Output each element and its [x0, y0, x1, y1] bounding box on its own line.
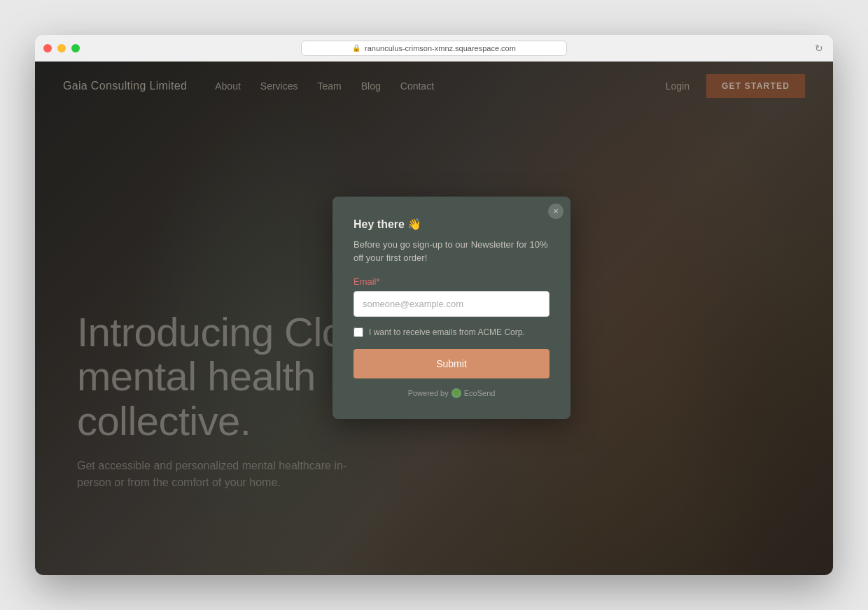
email-input[interactable]	[354, 291, 550, 317]
modal-overlay: × Hey there 👋 Before you go sign-up to o…	[35, 62, 833, 575]
popup-title: Hey there 👋	[354, 218, 550, 231]
browser-titlebar: 🔒 ranunculus-crimson-xmnz.squarespace.co…	[35, 35, 833, 62]
popup-modal: × Hey there 👋 Before you go sign-up to o…	[332, 197, 570, 420]
url-text: ranunculus-crimson-xmnz.squarespace.com	[365, 44, 516, 52]
submit-button[interactable]: Submit	[354, 349, 550, 378]
website-content: Gaia Consulting Limited About Services T…	[35, 62, 833, 575]
required-asterisk: *	[377, 276, 380, 287]
address-bar[interactable]: 🔒 ranunculus-crimson-xmnz.squarespace.co…	[301, 41, 567, 56]
lock-icon: 🔒	[352, 44, 360, 52]
popup-footer: Powered by 🌿 EcoSend	[354, 388, 550, 398]
traffic-light-red[interactable]	[43, 44, 52, 52]
traffic-light-green[interactable]	[71, 44, 80, 52]
email-label: Email*	[354, 276, 550, 287]
checkbox-row: I want to receive emails from ACME Corp.	[354, 327, 550, 339]
traffic-light-yellow[interactable]	[57, 44, 66, 52]
powered-by-text: Powered by	[408, 389, 449, 397]
popup-close-button[interactable]: ×	[548, 204, 564, 219]
ecosend-label: EcoSend	[464, 389, 496, 397]
ecosend-icon: 🌿	[451, 388, 461, 398]
checkbox-label: I want to receive emails from ACME Corp.	[369, 327, 525, 339]
popup-description: Before you go sign-up to our Newsletter …	[354, 238, 550, 265]
browser-window: 🔒 ranunculus-crimson-xmnz.squarespace.co…	[35, 35, 833, 575]
refresh-button[interactable]: ↻	[815, 43, 823, 54]
close-icon: ×	[553, 206, 559, 216]
consent-checkbox[interactable]	[354, 327, 363, 337]
